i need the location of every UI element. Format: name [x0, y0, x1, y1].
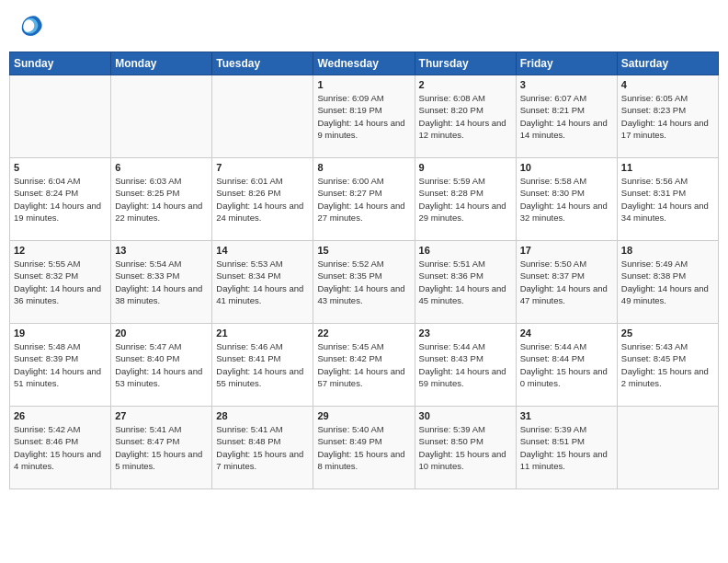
- day-info: Sunrise: 6:09 AM Sunset: 8:19 PM Dayligh…: [317, 92, 410, 141]
- logo: [17, 13, 48, 40]
- day-number: 12: [14, 245, 107, 256]
- calendar-cell: 20 Sunrise: 5:47 AM Sunset: 8:40 PM Dayl…: [111, 324, 212, 407]
- calendar-cell: 23 Sunrise: 5:44 AM Sunset: 8:43 PM Dayl…: [415, 324, 516, 407]
- calendar-table: SundayMondayTuesdayWednesdayThursdayFrid…: [9, 52, 719, 489]
- calendar-header-row: SundayMondayTuesdayWednesdayThursdayFrid…: [10, 52, 719, 75]
- calendar-cell: 27 Sunrise: 5:41 AM Sunset: 8:47 PM Dayl…: [111, 407, 212, 489]
- day-number: 24: [520, 327, 613, 339]
- day-info: Sunrise: 5:44 AM Sunset: 8:43 PM Dayligh…: [419, 340, 512, 389]
- day-number: 22: [317, 327, 410, 339]
- day-info: Sunrise: 5:49 AM Sunset: 8:38 PM Dayligh…: [621, 258, 714, 306]
- calendar-cell: 9 Sunrise: 5:59 AM Sunset: 8:28 PM Dayli…: [415, 158, 516, 241]
- calendar-cell: 2 Sunrise: 6:08 AM Sunset: 8:20 PM Dayli…: [415, 75, 516, 158]
- calendar-cell: 22 Sunrise: 5:45 AM Sunset: 8:42 PM Dayl…: [313, 324, 415, 407]
- day-info: Sunrise: 5:54 AM Sunset: 8:33 PM Dayligh…: [115, 258, 208, 306]
- day-info: Sunrise: 5:46 AM Sunset: 8:41 PM Dayligh…: [216, 340, 309, 389]
- calendar-week-4: 19 Sunrise: 5:48 AM Sunset: 8:39 PM Dayl…: [10, 324, 719, 407]
- calendar-cell: 15 Sunrise: 5:52 AM Sunset: 8:35 PM Dayl…: [313, 241, 415, 324]
- calendar-cell: 25 Sunrise: 5:43 AM Sunset: 8:45 PM Dayl…: [617, 324, 718, 407]
- day-info: Sunrise: 5:44 AM Sunset: 8:44 PM Dayligh…: [520, 340, 613, 389]
- calendar-week-2: 5 Sunrise: 6:04 AM Sunset: 8:24 PM Dayli…: [10, 158, 719, 241]
- calendar-cell: 14 Sunrise: 5:53 AM Sunset: 8:34 PM Dayl…: [212, 241, 313, 324]
- col-header-wednesday: Wednesday: [313, 52, 415, 75]
- day-info: Sunrise: 6:05 AM Sunset: 8:23 PM Dayligh…: [621, 92, 714, 141]
- day-info: Sunrise: 5:43 AM Sunset: 8:45 PM Dayligh…: [621, 340, 714, 389]
- day-number: 3: [520, 79, 613, 90]
- day-number: 10: [520, 162, 613, 173]
- calendar-cell: 13 Sunrise: 5:54 AM Sunset: 8:33 PM Dayl…: [111, 241, 212, 324]
- day-info: Sunrise: 5:55 AM Sunset: 8:32 PM Dayligh…: [14, 258, 107, 306]
- day-info: Sunrise: 5:52 AM Sunset: 8:35 PM Dayligh…: [317, 258, 410, 306]
- day-info: Sunrise: 5:42 AM Sunset: 8:46 PM Dayligh…: [14, 423, 107, 472]
- col-header-sunday: Sunday: [10, 52, 111, 75]
- calendar-week-5: 26 Sunrise: 5:42 AM Sunset: 8:46 PM Dayl…: [10, 407, 719, 489]
- calendar-cell: 30 Sunrise: 5:39 AM Sunset: 8:50 PM Dayl…: [415, 407, 516, 489]
- day-info: Sunrise: 5:41 AM Sunset: 8:48 PM Dayligh…: [216, 423, 309, 472]
- day-number: 9: [419, 162, 512, 173]
- calendar-cell: 12 Sunrise: 5:55 AM Sunset: 8:32 PM Dayl…: [10, 241, 111, 324]
- calendar-cell: 28 Sunrise: 5:41 AM Sunset: 8:48 PM Dayl…: [212, 407, 313, 489]
- calendar-cell: 7 Sunrise: 6:01 AM Sunset: 8:26 PM Dayli…: [212, 158, 313, 241]
- day-info: Sunrise: 5:58 AM Sunset: 8:30 PM Dayligh…: [520, 175, 613, 224]
- day-number: 26: [14, 410, 107, 421]
- col-header-thursday: Thursday: [415, 52, 516, 75]
- calendar-cell: 8 Sunrise: 6:00 AM Sunset: 8:27 PM Dayli…: [313, 158, 415, 241]
- day-info: Sunrise: 5:40 AM Sunset: 8:49 PM Dayligh…: [317, 423, 410, 472]
- calendar-cell: 24 Sunrise: 5:44 AM Sunset: 8:44 PM Dayl…: [516, 324, 617, 407]
- day-info: Sunrise: 6:03 AM Sunset: 8:25 PM Dayligh…: [115, 175, 208, 224]
- day-info: Sunrise: 5:53 AM Sunset: 8:34 PM Dayligh…: [216, 258, 309, 306]
- col-header-tuesday: Tuesday: [212, 52, 313, 75]
- calendar-cell: 1 Sunrise: 6:09 AM Sunset: 8:19 PM Dayli…: [313, 75, 415, 158]
- calendar-cell: 29 Sunrise: 5:40 AM Sunset: 8:49 PM Dayl…: [313, 407, 415, 489]
- calendar-week-1: 1 Sunrise: 6:09 AM Sunset: 8:19 PM Dayli…: [10, 75, 719, 158]
- day-number: 8: [317, 162, 410, 173]
- day-info: Sunrise: 6:08 AM Sunset: 8:20 PM Dayligh…: [419, 92, 512, 141]
- day-number: 18: [621, 245, 714, 256]
- day-number: 19: [14, 327, 107, 339]
- day-number: 16: [419, 245, 512, 256]
- day-info: Sunrise: 6:04 AM Sunset: 8:24 PM Dayligh…: [14, 175, 107, 224]
- day-info: Sunrise: 6:00 AM Sunset: 8:27 PM Dayligh…: [317, 175, 410, 224]
- day-number: 4: [621, 79, 714, 90]
- day-info: Sunrise: 5:41 AM Sunset: 8:47 PM Dayligh…: [115, 423, 208, 472]
- logo-icon: [17, 13, 44, 40]
- day-info: Sunrise: 5:51 AM Sunset: 8:36 PM Dayligh…: [419, 258, 512, 306]
- day-info: Sunrise: 5:48 AM Sunset: 8:39 PM Dayligh…: [14, 340, 107, 389]
- day-number: 5: [14, 162, 107, 173]
- calendar-cell: 4 Sunrise: 6:05 AM Sunset: 8:23 PM Dayli…: [617, 75, 718, 158]
- col-header-saturday: Saturday: [617, 52, 718, 75]
- col-header-friday: Friday: [516, 52, 617, 75]
- day-number: 30: [419, 410, 512, 421]
- day-number: 25: [621, 327, 714, 339]
- day-number: 21: [216, 327, 309, 339]
- calendar-cell: 16 Sunrise: 5:51 AM Sunset: 8:36 PM Dayl…: [415, 241, 516, 324]
- calendar-cell: 5 Sunrise: 6:04 AM Sunset: 8:24 PM Dayli…: [10, 158, 111, 241]
- calendar-cell: 18 Sunrise: 5:49 AM Sunset: 8:38 PM Dayl…: [617, 241, 718, 324]
- day-number: 15: [317, 245, 410, 256]
- day-info: Sunrise: 5:56 AM Sunset: 8:31 PM Dayligh…: [621, 175, 714, 224]
- col-header-monday: Monday: [111, 52, 212, 75]
- calendar-cell: [10, 75, 111, 158]
- calendar-cell: 10 Sunrise: 5:58 AM Sunset: 8:30 PM Dayl…: [516, 158, 617, 241]
- calendar-cell: [111, 75, 212, 158]
- day-info: Sunrise: 5:45 AM Sunset: 8:42 PM Dayligh…: [317, 340, 410, 389]
- day-number: 17: [520, 245, 613, 256]
- day-number: 23: [419, 327, 512, 339]
- calendar-cell: 19 Sunrise: 5:48 AM Sunset: 8:39 PM Dayl…: [10, 324, 111, 407]
- day-number: 11: [621, 162, 714, 173]
- day-info: Sunrise: 5:59 AM Sunset: 8:28 PM Dayligh…: [419, 175, 512, 224]
- calendar-cell: [212, 75, 313, 158]
- day-number: 13: [115, 245, 208, 256]
- day-info: Sunrise: 5:47 AM Sunset: 8:40 PM Dayligh…: [115, 340, 208, 389]
- day-number: 1: [317, 79, 410, 90]
- calendar-cell: 21 Sunrise: 5:46 AM Sunset: 8:41 PM Dayl…: [212, 324, 313, 407]
- calendar-cell: [617, 407, 718, 489]
- day-number: 28: [216, 410, 309, 421]
- day-info: Sunrise: 5:39 AM Sunset: 8:50 PM Dayligh…: [419, 423, 512, 472]
- day-number: 20: [115, 327, 208, 339]
- day-number: 31: [520, 410, 613, 421]
- calendar-cell: 26 Sunrise: 5:42 AM Sunset: 8:46 PM Dayl…: [10, 407, 111, 489]
- day-info: Sunrise: 5:39 AM Sunset: 8:51 PM Dayligh…: [520, 423, 613, 472]
- day-info: Sunrise: 5:50 AM Sunset: 8:37 PM Dayligh…: [520, 258, 613, 306]
- calendar-cell: 6 Sunrise: 6:03 AM Sunset: 8:25 PM Dayli…: [111, 158, 212, 241]
